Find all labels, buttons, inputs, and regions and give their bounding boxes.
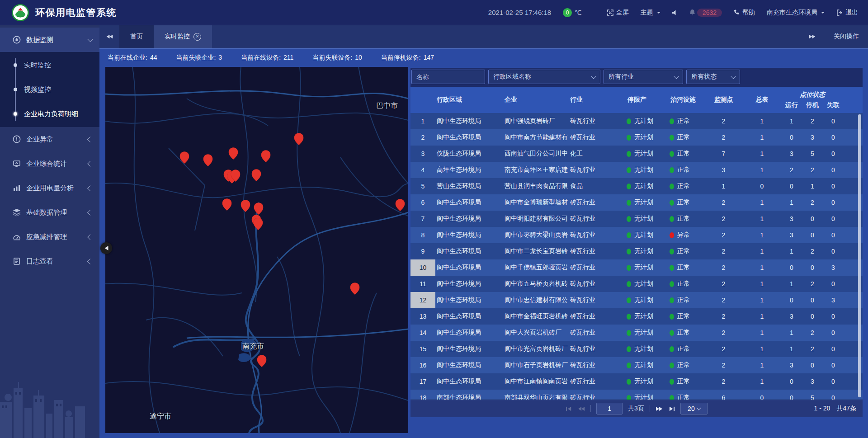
notifications-button[interactable]: 2632 [689, 9, 722, 17]
page-number-input[interactable]: 1 [596, 403, 623, 414]
table-row[interactable]: 8阆中生态环境局阆中市枣碧大梁山页岩砖瓦行业无计划异常21300 [410, 227, 863, 243]
next-page-button[interactable] [656, 406, 663, 412]
table-row[interactable]: 6阆中生态环境局阆中市金博瑞新型墙材砖瓦行业无计划正常21120 [410, 194, 863, 211]
map-pin-icon[interactable] [253, 218, 263, 230]
cell-monitor-points: 7 [704, 150, 743, 157]
sidebar-subitem-power-load-detail[interactable]: 企业电力负荷明细 [0, 102, 99, 126]
cell-total-meter: 1 [743, 362, 781, 369]
map-pin-icon[interactable] [231, 170, 241, 182]
logout-button[interactable]: 退出 [836, 9, 858, 17]
cell-enterprise: 阆中市枣碧大梁山页岩 [503, 231, 569, 239]
table-row[interactable]: 12阆中生态环境局阆中市忠信建材有限公砖瓦行业无计划正常21003 [410, 292, 863, 308]
datetime-label: 2021-02-25 17:46:18 [488, 9, 551, 16]
fullscreen-button[interactable]: 全屏 [607, 9, 629, 17]
map-pin-icon[interactable] [294, 133, 304, 145]
logout-icon [836, 9, 843, 16]
cell-run: 1 [781, 280, 802, 287]
sidebar-item-enterprise-abnormal[interactable]: 企业异常 [0, 127, 99, 151]
sidebar-item-base-data[interactable]: 基础数据管理 [0, 200, 99, 225]
cell-stop-plan: 无计划 [623, 280, 666, 288]
sidebar-subitem-video-monitoring[interactable]: 视频监控 [0, 77, 99, 102]
map-pin-icon[interactable] [228, 147, 238, 160]
table-row[interactable]: 14阆中生态环境局阆中大兴页岩机砖厂砖瓦行业无计划正常21120 [410, 325, 863, 341]
close-tab-icon[interactable]: × [193, 33, 201, 41]
table-row[interactable]: 7阆中生态环境局阆中明阳建材有限公司砖瓦行业无计划正常21300 [410, 211, 863, 227]
map-pin-icon[interactable] [222, 198, 231, 211]
map-pin-icon[interactable] [254, 203, 264, 215]
prev-page-button[interactable] [578, 406, 585, 412]
table-row[interactable]: 1阆中生态环境局阆中强锐页岩砖厂砖瓦行业无计划正常21120 [410, 113, 863, 129]
cell-facility-status: 正常 [666, 247, 704, 255]
first-page-button[interactable] [566, 406, 572, 412]
tabs-scroll-left-button[interactable] [99, 25, 119, 48]
name-filter-input[interactable] [411, 70, 485, 84]
sidebar-item-data-monitoring[interactable]: 数据监测 [0, 28, 99, 52]
industry-filter-select[interactable]: 所有行业 [604, 70, 683, 84]
status-dot-icon [627, 232, 631, 238]
table-row[interactable]: 9阆中生态环境局阆中市二龙长宝页岩砖砖瓦行业无计划正常21120 [410, 243, 863, 259]
cell-lost: 0 [823, 394, 844, 400]
cell-total-meter: 1 [743, 264, 781, 271]
map-pin-icon[interactable] [257, 355, 266, 367]
close-operations-button[interactable]: 关闭操作 [834, 33, 859, 41]
theme-dropdown[interactable]: 主题 [641, 9, 660, 17]
sidebar-item-label: 企业综合统计 [26, 160, 67, 168]
table-row[interactable]: 15阆中生态环境局阆中市光富页岩机砖厂砖瓦行业无计划正常21120 [410, 341, 863, 357]
table-row[interactable]: 17阆中生态环境局阆中市江南镇阆南页岩砖瓦行业无计划正常21030 [410, 373, 863, 390]
header-enterprise: 企业 [503, 87, 569, 113]
status-dot-icon [670, 363, 674, 368]
cell-stop-plan: 无计划 [623, 150, 666, 158]
tabs-scroll-right-button[interactable] [802, 34, 822, 39]
cell-industry: 砖瓦行业 [569, 133, 623, 141]
table-row[interactable]: 18南部生态环境局南部县双华山页岩有限砖瓦行业无计划正常60050 [410, 390, 863, 400]
help-button[interactable]: 帮助 [734, 9, 755, 17]
table-row[interactable]: 4高坪生态环境局南充市高坪区王家店建砖瓦行业无计划正常31220 [410, 162, 863, 178]
map-pin-icon[interactable] [179, 151, 189, 164]
last-page-button[interactable] [668, 406, 675, 412]
cell-facility-status: 正常 [666, 215, 704, 223]
org-dropdown[interactable]: 南充市生态环境局 [767, 9, 825, 17]
map-pin-icon[interactable] [350, 283, 360, 295]
table-row[interactable]: 2阆中生态环境局阆中市南方节能建材有砖瓦行业无计划正常21030 [410, 129, 863, 146]
sidebar-item-enterprise-statistics[interactable]: 企业综合统计 [0, 151, 99, 176]
cell-enterprise: 南充市高坪区王家店建 [503, 166, 569, 174]
table-row[interactable]: 3仪陇生态环境局西南油气田分公司川中化工无计划正常71350 [410, 146, 863, 162]
page-size-select[interactable]: 20 [680, 403, 708, 414]
tab-realtime-monitoring[interactable]: 实时监控 × [154, 25, 212, 48]
sidebar-item-log-view[interactable]: 日志查看 [0, 249, 99, 273]
sidebar-subitem-realtime-monitoring[interactable]: 实时监控 [0, 53, 99, 77]
cell-enterprise: 阆中市金福旺页岩机砖 [503, 312, 569, 320]
collapse-map-button[interactable] [100, 242, 112, 254]
status-filter-select[interactable]: 所有状态 [686, 70, 740, 84]
sidebar-item-power-analysis[interactable]: 企业用电量分析 [0, 176, 99, 200]
table-row[interactable]: 10阆中生态环境局阆中千佛镇五郎垭页岩砖瓦行业无计划正常21003 [410, 259, 863, 276]
cell-industry: 砖瓦行业 [569, 280, 623, 288]
table-row[interactable]: 5营山生态环境局营山县润丰肉食品有限食品无计划正常10010 [410, 178, 863, 194]
cell-enterprise: 南部县双华山页岩有限 [503, 394, 569, 400]
cell-enterprise: 阆中大兴页岩机砖厂 [503, 329, 569, 337]
table-row[interactable]: 11阆中生态环境局阆中市五马桥页岩机砖砖瓦行业无计划正常21120 [410, 276, 863, 292]
map-pin-icon[interactable] [241, 200, 250, 212]
map-pin-icon[interactable] [395, 199, 405, 211]
region-filter-select[interactable]: 行政区域名称 [488, 70, 600, 84]
map-panel[interactable]: 巴中市南充市遂宁市 [105, 67, 408, 433]
cell-enterprise: 阆中市南方节能建材有 [503, 133, 569, 141]
cell-index: 7 [410, 215, 435, 222]
tab-home[interactable]: 首页 [119, 25, 154, 48]
cell-halt: 2 [802, 118, 823, 125]
table-scrollbar[interactable] [858, 114, 861, 397]
status-dot-icon [627, 314, 631, 320]
sidebar-item-emergency-reduction[interactable]: 应急减排管理 [0, 225, 99, 249]
cell-index: 16 [410, 362, 435, 369]
table-row[interactable]: 13阆中生态环境局阆中市金福旺页岩机砖砖瓦行业无计划正常21300 [410, 308, 863, 325]
map-pin-icon[interactable] [203, 154, 213, 166]
cell-lost: 0 [823, 118, 844, 125]
cell-region: 阆中生态环境局 [435, 247, 503, 255]
cell-halt: 0 [802, 362, 823, 369]
mute-speaker-button[interactable] [672, 10, 678, 15]
table-row[interactable]: 16阆中生态环境局阆中市石子页岩机砖厂砖瓦行业无计划正常21300 [410, 357, 863, 373]
status-dot-icon [670, 216, 674, 222]
map-pin-icon[interactable] [261, 150, 271, 162]
cell-total-meter: 0 [743, 183, 781, 190]
map-pin-icon[interactable] [252, 169, 261, 181]
